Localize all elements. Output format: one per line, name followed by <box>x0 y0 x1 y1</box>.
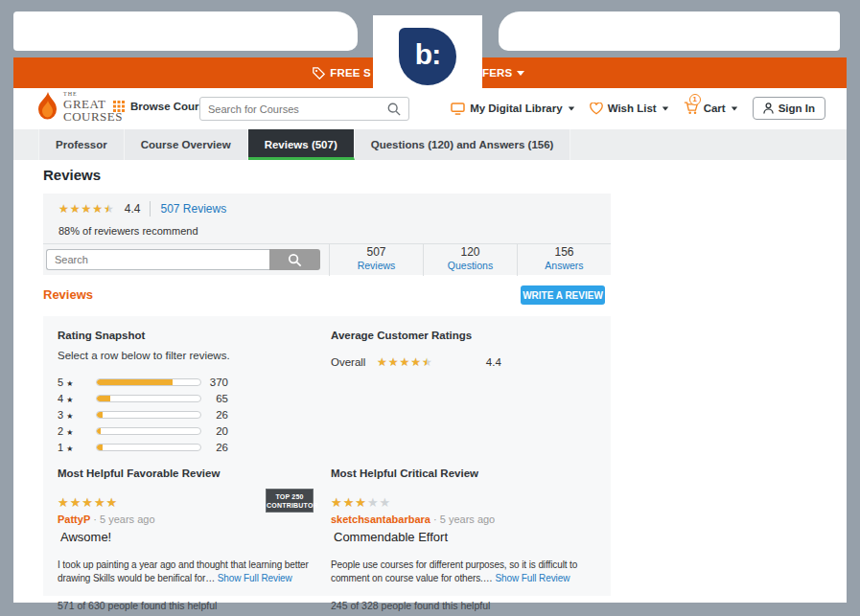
stat-reviews[interactable]: 507 Reviews <box>329 244 423 276</box>
favorable-section-title: Most Helpful Favorable Review <box>58 468 318 479</box>
tab-course-overview[interactable]: Course Overview <box>125 129 248 160</box>
tabs: Professor Course Overview Reviews (507) … <box>38 129 847 160</box>
rating-bar <box>96 444 201 451</box>
top-frame-band-right <box>499 11 840 51</box>
search-icon <box>288 253 302 267</box>
bazaarvoice-logo-text: b: <box>415 38 440 71</box>
review-body: I took up painting a year ago and though… <box>58 559 318 585</box>
rating-snapshot: Rating Snapshot Select a row below to fi… <box>58 330 318 455</box>
my-digital-library-menu[interactable]: My Digital Library <box>451 103 575 115</box>
star-icon: ★ <box>66 445 73 453</box>
summary-rating-row: ★★★★★ ★★★★★ 4.4 507 Reviews <box>58 201 226 217</box>
bazaarvoice-logo-icon: b: <box>399 28 456 85</box>
sign-in-label: Sign In <box>779 103 815 114</box>
review-date: 5 years ago <box>440 513 495 525</box>
recommend-text: 88% of reviewers recommend <box>58 225 198 237</box>
overall-rating-row: Overall ★★★★★ ★★★★★ 4.4 <box>331 356 601 368</box>
person-icon <box>763 103 774 114</box>
cart-icon-wrap: 1 <box>684 101 699 117</box>
rating-row-2[interactable]: 2 ★ 20 <box>58 422 228 439</box>
rating-count: 370 <box>201 376 228 388</box>
rating-row-3[interactable]: 3 ★ 26 <box>58 406 228 422</box>
review-author-row: sketchsantabarbara · 5 years ago <box>331 513 601 525</box>
review-search-input[interactable] <box>46 249 269 270</box>
rating-value: 4.4 <box>125 202 141 216</box>
promo-text-left: FREE S <box>330 67 371 79</box>
chevron-down-icon <box>517 71 524 76</box>
monitor-icon <box>451 103 465 115</box>
search-icon[interactable] <box>387 103 401 116</box>
rating-snapshot-subtitle: Select a row below to filter reviews. <box>58 350 318 361</box>
promo-right-fragment: FERS <box>482 57 524 88</box>
star-rating: ★★★★★ ★★★★★ <box>377 356 433 368</box>
helpful-count: 245 of 328 people found this helpful <box>331 600 601 611</box>
write-review-button[interactable]: WRITE A REVIEW <box>521 285 605 305</box>
review-body: People use courses for different purpose… <box>331 559 601 585</box>
chevron-down-icon <box>731 106 736 110</box>
review-title: Commendable Effort <box>331 530 601 544</box>
heart-icon <box>590 103 603 115</box>
grid-icon <box>113 101 125 112</box>
promo-text-right: FERS <box>482 67 512 79</box>
star-icon: ★ <box>66 412 73 421</box>
course-tab-bar: Professor Course Overview Reviews (507) … <box>13 129 847 160</box>
wish-list-menu[interactable]: Wish List <box>590 103 669 115</box>
chevron-down-icon <box>568 106 573 110</box>
rating-bar <box>96 378 201 386</box>
rating-count: 26 <box>201 442 228 453</box>
top-frame-band-left <box>13 11 358 51</box>
rating-snapshot-title: Rating Snapshot <box>58 330 318 341</box>
review-title: Awsome! <box>58 530 318 544</box>
header-search <box>199 97 409 121</box>
header-nav: My Digital Library Wish List 1 <box>451 97 825 120</box>
flame-icon <box>36 91 59 124</box>
page: b: FREE S FERS THE GREAT COURSES <box>0 0 860 616</box>
search-stats-row: 507 Reviews 120 Questions 156 Answers <box>43 243 611 275</box>
divider <box>150 201 151 217</box>
review-count-link[interactable]: 507 Reviews <box>160 202 226 216</box>
star-icon: ★ <box>66 428 73 437</box>
tag-icon <box>313 67 325 80</box>
review-author-link[interactable]: sketchsantabarbara <box>331 513 430 525</box>
rating-row-4[interactable]: 4 ★ 65 <box>58 390 228 406</box>
tab-reviews[interactable]: Reviews (507) <box>248 129 355 160</box>
star-rating: ★★★★★ ★★★★★ <box>58 203 115 215</box>
review-search-button[interactable] <box>269 249 320 270</box>
course-search-input[interactable] <box>200 103 387 115</box>
review-author-link[interactable]: PattyP <box>58 513 90 525</box>
most-helpful-favorable-review: Most Helpful Favorable Review TOP 250 CO… <box>58 468 318 611</box>
review-search <box>46 249 320 270</box>
bazaarvoice-logo-card: b: <box>373 15 482 97</box>
rating-row-1[interactable]: 1 ★ 26 <box>58 439 228 455</box>
rating-count: 20 <box>201 425 228 437</box>
overall-label: Overall <box>331 356 377 368</box>
stat-answers[interactable]: 156 Answers <box>517 244 611 276</box>
reviews-panel: Rating Snapshot Select a row below to fi… <box>43 316 611 596</box>
cart-label: Cart <box>704 103 726 114</box>
tab-questions-answers[interactable]: Questions (120) and Answers (156) <box>355 129 571 160</box>
review-summary-panel: ★★★★★ ★★★★★ 4.4 507 Reviews 88% of revie… <box>43 194 611 243</box>
average-customer-ratings: Average Customer Ratings Overall ★★★★★ ★… <box>331 330 601 368</box>
star-icon: ★ <box>66 396 73 404</box>
great-courses-logo[interactable]: THE GREAT COURSES <box>36 91 123 124</box>
page-title: Reviews <box>43 167 101 183</box>
stat-questions[interactable]: 120 Questions <box>423 244 517 276</box>
rating-bar <box>96 411 201 419</box>
review-stars: ★★★★★ ★★★★★ <box>331 493 601 511</box>
wish-list-label: Wish List <box>608 103 657 114</box>
rating-count: 65 <box>201 393 228 404</box>
review-date: 5 years ago <box>100 513 154 525</box>
rating-row-5[interactable]: 5 ★ 370 <box>58 374 228 390</box>
my-digital-library-label: My Digital Library <box>470 103 563 114</box>
critical-section-title: Most Helpful Critical Review <box>331 468 601 479</box>
cart-count-badge: 1 <box>689 94 701 105</box>
overall-value: 4.4 <box>486 356 501 368</box>
tab-professor[interactable]: Professor <box>38 129 125 160</box>
show-full-review-link[interactable]: Show Full Review <box>218 573 292 583</box>
show-full-review-link[interactable]: Show Full Review <box>495 573 569 583</box>
sign-in-button[interactable]: Sign In <box>753 97 825 120</box>
average-ratings-title: Average Customer Ratings <box>331 330 601 341</box>
cart-menu[interactable]: 1 Cart <box>684 101 738 117</box>
rating-rows: 5 ★ 370 4 ★ 65 3 ★ 26 2 <box>58 374 228 455</box>
rating-bar <box>96 395 201 402</box>
